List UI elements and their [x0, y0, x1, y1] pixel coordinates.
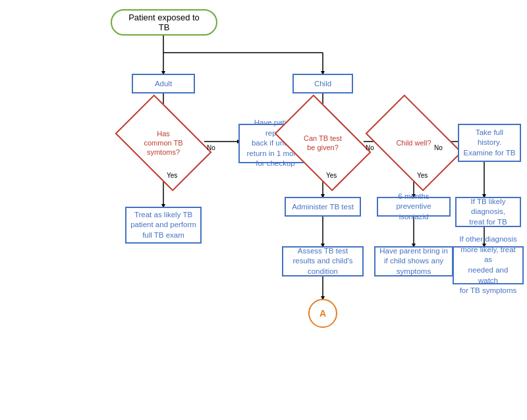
start-node: Patient exposed to TB	[111, 9, 217, 36]
flowchart: Patient exposed to TB Adult Child Has co…	[0, 0, 527, 420]
child-label: Child	[314, 80, 331, 88]
no-label-1: No	[207, 144, 215, 151]
treat-adult-label: Treat as likely TB patient and perform f…	[130, 210, 196, 241]
connector-a-node: A	[308, 299, 337, 328]
parent-bring-node: Have parent bring in if child shows any …	[374, 246, 453, 276]
has-symptoms-node: Has common TB symtoms?	[123, 115, 204, 171]
other-diag-label: If other diagnosis more likely, treat as…	[458, 234, 518, 296]
preventive-label: 6 months preventive isoniazid	[382, 192, 445, 223]
child-well-node: Child well?	[373, 115, 455, 171]
administer-node: Administer TB test	[285, 197, 361, 217]
child-node: Child	[292, 74, 353, 93]
if-tb-likely-label: If TB likely diagnosis, treat for TB	[460, 197, 516, 228]
assess-node: Assess TB test results and child's condi…	[282, 246, 364, 276]
can-tb-test-label: Can TB test be given?	[304, 134, 342, 153]
adult-node: Adult	[132, 74, 195, 93]
child-well-label: Child well?	[396, 138, 431, 147]
administer-label: Administer TB test	[292, 203, 354, 211]
parent-bring-label: Have parent bring in if child shows any …	[379, 246, 448, 277]
full-history-label: Take full history. Examine for TB	[463, 128, 516, 159]
start-label: Patient exposed to TB	[124, 13, 204, 32]
yes-label-1: Yes	[167, 172, 177, 179]
preventive-node: 6 months preventive isoniazid	[377, 197, 451, 217]
yes-label-2: Yes	[326, 172, 337, 179]
adult-label: Adult	[155, 80, 172, 88]
if-tb-likely-node: If TB likely diagnosis, treat for TB	[455, 197, 521, 227]
assess-label: Assess TB test results and child's condi…	[292, 246, 352, 277]
full-history-node: Take full history. Examine for TB	[458, 124, 521, 162]
no-label-3: No	[434, 144, 443, 151]
connector-a-label: A	[319, 308, 326, 319]
has-symptoms-label: Has common TB symtoms?	[144, 129, 182, 157]
yes-label-3: Yes	[417, 172, 428, 179]
other-diag-node: If other diagnosis more likely, treat as…	[453, 246, 524, 284]
treat-adult-node: Treat as likely TB patient and perform f…	[125, 207, 202, 244]
can-tb-test-node: Can TB test be given?	[282, 115, 364, 171]
